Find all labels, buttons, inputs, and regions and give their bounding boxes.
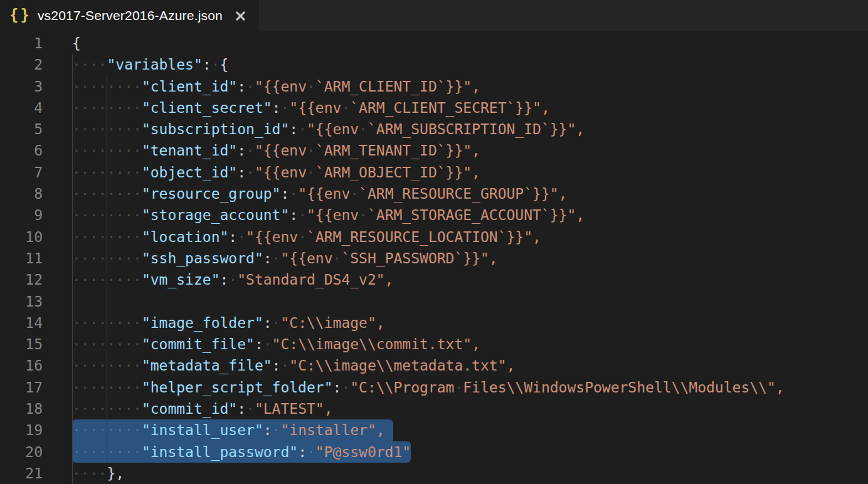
whitespace-dot: · — [115, 271, 124, 288]
whitespace-dot: · — [72, 315, 81, 331]
line-number: 16 — [0, 355, 43, 376]
code-text: ········"storage_account":·"{{env·`ARM_S… — [72, 204, 585, 226]
whitespace-dot: · — [115, 357, 124, 374]
code-line[interactable]: 12········"vm_size":·"Standard_DS4_v2", — [0, 269, 868, 290]
whitespace-dot: · — [98, 229, 107, 245]
whitespace-dot: · — [133, 186, 142, 202]
whitespace-dot: · — [81, 164, 90, 181]
code-line[interactable]: 13 — [0, 291, 868, 312]
whitespace-dot: · — [228, 271, 237, 288]
whitespace-dot: · — [81, 121, 90, 137]
code-line[interactable]: 18········"commit_id":·"LATEST", — [0, 398, 868, 419]
code-line[interactable]: 20········"install_password":·"P@ssw0rd1… — [0, 441, 868, 463]
whitespace-dot: · — [90, 250, 98, 266]
whitespace-dot: · — [90, 229, 98, 245]
whitespace-dot: · — [246, 164, 255, 181]
whitespace-dot: · — [81, 186, 90, 202]
whitespace-dot: · — [307, 78, 315, 95]
code-line[interactable]: 8········"resource_group":·"{{env·`ARM_R… — [0, 183, 868, 204]
whitespace-dot: · — [133, 250, 142, 266]
whitespace-dot: · — [133, 401, 142, 417]
close-tab-icon[interactable] — [234, 9, 248, 23]
whitespace-dot: · — [107, 100, 115, 116]
code-line[interactable]: 7········"object_id":·"{{env·`ARM_OBJECT… — [0, 162, 868, 183]
whitespace-dot: · — [133, 336, 142, 352]
whitespace-dot: · — [81, 250, 90, 266]
code-line[interactable]: 21····}, — [0, 463, 868, 484]
whitespace-dot: · — [289, 186, 298, 202]
whitespace-dot: · — [124, 229, 133, 245]
code-editor[interactable]: 1{2····"variables":·{3········"client_id… — [0, 31, 868, 484]
code-line[interactable]: 19········"install_user":·"installer", — [0, 419, 868, 441]
whitespace-dot: · — [133, 357, 142, 374]
code-line[interactable]: 6········"tenant_id":·"{{env·`ARM_TENANT… — [0, 140, 868, 161]
whitespace-dot: · — [98, 250, 107, 266]
whitespace-dot: · — [90, 315, 98, 331]
whitespace-dot: · — [81, 401, 90, 417]
whitespace-dot: · — [72, 207, 81, 223]
whitespace-dot: · — [307, 142, 315, 159]
code-line[interactable]: 11········"ssh_password":·"{{env·`SSH_PA… — [0, 248, 868, 269]
whitespace-dot: · — [107, 401, 115, 417]
whitespace-dot: · — [90, 164, 98, 181]
whitespace-dot: · — [133, 229, 142, 245]
whitespace-dot: · — [98, 100, 107, 116]
code-line[interactable]: 16········"metadata_file":·"C:\\image\\m… — [0, 355, 868, 376]
line-number: 8 — [0, 183, 43, 204]
whitespace-dot: · — [72, 336, 81, 352]
whitespace-dot: · — [90, 465, 98, 481]
code-line[interactable]: 10········"location":·"{{env·`ARM_RESOUR… — [0, 226, 868, 248]
whitespace-dot: · — [72, 444, 81, 460]
whitespace-dot: · — [107, 186, 115, 202]
editor-tab[interactable]: {} vs2017-Server2016-Azure.json — [0, 0, 259, 31]
whitespace-dot: · — [107, 336, 115, 352]
code-line[interactable]: 2····"variables":·{ — [0, 54, 868, 75]
whitespace-dot: · — [133, 315, 142, 331]
whitespace-dot: · — [237, 229, 246, 245]
whitespace-dot: · — [133, 100, 142, 116]
whitespace-dot: · — [280, 357, 289, 374]
whitespace-dot: · — [107, 379, 115, 396]
whitespace-dot: · — [81, 100, 90, 116]
line-number: 4 — [0, 97, 43, 118]
whitespace-dot: · — [124, 271, 133, 288]
whitespace-dot: · — [115, 250, 124, 266]
code-line[interactable]: 14········"image_folder":·"C:\\image", — [0, 312, 868, 334]
whitespace-dot: · — [124, 207, 133, 223]
whitespace-dot: · — [81, 142, 90, 159]
whitespace-dot: · — [124, 121, 133, 137]
code-line[interactable]: 5········"subscription_id":·"{{env·`ARM_… — [0, 118, 868, 140]
code-line[interactable]: 1{ — [0, 33, 868, 54]
vscode-window: {} vs2017-Server2016-Azure.json 1{2····"… — [0, 0, 868, 484]
whitespace-dot: · — [133, 164, 142, 181]
line-number: 21 — [0, 463, 43, 484]
code-line[interactable]: 9········"storage_account":·"{{env·`ARM_… — [0, 204, 868, 226]
whitespace-dot: · — [115, 315, 124, 331]
line-number: 5 — [0, 118, 43, 140]
json-file-icon: {} — [9, 6, 31, 24]
whitespace-dot: · — [280, 100, 289, 116]
code-line[interactable]: 15········"commit_file":·"C:\\image\\com… — [0, 334, 868, 355]
whitespace-dot: · — [263, 336, 272, 352]
whitespace-dot: · — [133, 444, 142, 460]
whitespace-dot: · — [81, 271, 90, 288]
code-line[interactable]: 4········"client_secret":·"{{env·`ARM_CL… — [0, 97, 868, 118]
whitespace-dot: · — [115, 121, 124, 137]
whitespace-dot: · — [272, 422, 281, 438]
code-text: ········"subscription_id":·"{{env·`ARM_S… — [72, 118, 585, 140]
line-number: 14 — [0, 312, 43, 334]
code-text: ····}, — [72, 463, 124, 484]
line-number: 18 — [0, 398, 43, 419]
whitespace-dot: · — [72, 186, 81, 202]
whitespace-dot: · — [72, 401, 81, 417]
whitespace-dot: · — [107, 315, 115, 331]
whitespace-dot: · — [124, 401, 133, 417]
code-line[interactable]: 3········"client_id":·"{{env·`ARM_CLIENT… — [0, 76, 868, 97]
code-line[interactable]: 17········"helper_script_folder":·"C:\\P… — [0, 377, 868, 398]
whitespace-dot: · — [98, 78, 107, 95]
whitespace-dot: · — [246, 78, 255, 95]
whitespace-dot: · — [98, 379, 107, 396]
code-text: ····"variables":·{ — [72, 54, 228, 75]
code-text: ········"commit_file":·"C:\\image\\commi… — [72, 334, 480, 355]
whitespace-dot: · — [90, 142, 98, 159]
